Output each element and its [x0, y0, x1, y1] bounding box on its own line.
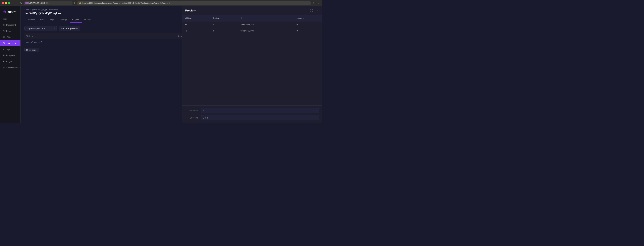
sidebar-item-label: Dashboard — [6, 24, 16, 26]
sidebar-nav: ⊞ Dashboard ⊟ Flows ◱ Editor ⏱ Execution… — [0, 22, 20, 120]
encoding-select[interactable]: UTF-8 ▾ — [201, 115, 319, 120]
encoding-label: Encoding — [185, 117, 198, 119]
sidebar-item-blueprints[interactable]: ⊞ Blueprints — [0, 52, 20, 58]
cell-file: flows/flow1.yml — [238, 22, 294, 28]
share-icon[interactable]: ↑ — [316, 2, 317, 4]
executions-icon: ⏱ — [2, 42, 5, 45]
sidebar-item-label: Plugins — [6, 60, 12, 63]
sidebar-item-administration[interactable]: ⚙ Administration › — [0, 65, 20, 71]
sidebar-item-editor[interactable]: ◱ Editor — [0, 34, 20, 40]
breadcrumb-flow-id[interactable]: system.push_to_git — [32, 9, 47, 11]
sidebar-item-dashboard[interactable]: ⊞ Dashboard — [0, 22, 20, 28]
table-row[interactable]: +6 -0 flows/flow1.yml 0 — [182, 22, 322, 28]
sidebar-item-label: Administration — [6, 66, 18, 69]
sidebar-item-label: Flows — [6, 30, 11, 32]
minimize-window-button[interactable] — [5, 2, 7, 4]
sidebar-item-label: Executions — [6, 42, 16, 45]
row-count-label: Row count — [185, 110, 198, 112]
breadcrumb-flows[interactable]: Flows — [24, 9, 29, 11]
chevron-down-icon: ▾ — [316, 110, 317, 112]
row-count-value: 100 — [203, 110, 206, 112]
dev-badge: dev — [2, 18, 7, 20]
sort-icon[interactable]: ⇅ — [32, 35, 33, 37]
row-count-select[interactable]: 100 ▾ — [201, 108, 319, 113]
preview-header: Preview ⛶ ✕ — [182, 6, 322, 15]
tab-close-button[interactable]: ✕ — [70, 2, 71, 4]
browser-tab[interactable]: 5aiOk8PjpQ9NsCjK1 | K... ✕ — [24, 1, 72, 5]
sidebar-item-label: Editor — [6, 36, 12, 38]
table-row[interactable]: +6 -0 flows/flow2.yml 0 — [182, 28, 322, 34]
display-output-dropdown[interactable]: Display output for a s... ▾ — [24, 26, 57, 31]
tab-favicon — [26, 2, 28, 4]
sidebar-item-logs[interactable]: ≡ Logs — [0, 46, 20, 52]
task-value: commit_and_push — [26, 41, 42, 43]
reload-button[interactable]: ↻ — [19, 2, 23, 5]
breadcrumb-sep: / — [30, 9, 30, 11]
display-output-label: Display output for a s... — [26, 27, 46, 30]
column-task: Task ⇅ — [24, 33, 176, 39]
traffic-lights — [2, 2, 10, 4]
tab-overview[interactable]: Overview — [24, 17, 38, 23]
logs-icon: ≡ — [2, 48, 4, 51]
preview-table-header: additions deletions file changes — [182, 15, 322, 22]
address-bar[interactable]: 🔒 localhost:8080/ui/executions/system/pu… — [77, 1, 311, 5]
preview-title: Preview — [185, 9, 196, 12]
sidebar: kestra. dev ⊞ Dashboard ⊟ Flows ◱ Editor — [0, 6, 20, 123]
kestra-logo: kestra. — [2, 10, 17, 14]
dashboard-icon: ⊞ — [2, 24, 5, 27]
tab-title: 5aiOk8PjpQ9NsCjK1 | K... — [28, 2, 69, 4]
new-tab-button[interactable]: + — [74, 2, 75, 5]
per-page-label: 25 per page — [26, 49, 36, 51]
administration-icon: ⚙ — [2, 66, 5, 69]
blueprints-icon: ⊞ — [2, 54, 5, 57]
preview-header-row: additions deletions file changes — [182, 15, 322, 22]
security-icon: 🔒 — [79, 2, 81, 4]
maximize-window-button[interactable] — [8, 2, 10, 4]
url-display: localhost:8080/ui/executions/system/push… — [82, 2, 170, 4]
sidebar-item-plugins[interactable]: ✦ Plugins — [0, 58, 20, 65]
tab-outputs[interactable]: Outputs — [70, 17, 82, 23]
row-count-setting: Row count 100 ▾ — [185, 108, 319, 113]
sidebar-item-flows[interactable]: ⊟ Flows — [0, 28, 20, 34]
cell-changes: 0 — [294, 28, 322, 34]
plugins-icon: ✦ — [2, 60, 5, 63]
preview-settings: Row count 100 ▾ Encoding UTF-8 ▾ — [182, 105, 322, 123]
col-changes: changes — [294, 15, 322, 22]
shield-icon[interactable]: 🛡 — [318, 2, 320, 4]
close-window-button[interactable] — [2, 2, 4, 4]
cell-file: flows/flow2.yml — [238, 28, 294, 34]
sidebar-item-executions[interactable]: ⏱ Executions — [0, 40, 20, 46]
tab-gantt[interactable]: Gantt — [38, 17, 48, 23]
preview-table-wrap: additions deletions file changes +6 -0 f… — [182, 15, 322, 105]
col-file: file — [238, 15, 294, 22]
expand-button[interactable]: ⛶ — [310, 9, 314, 13]
per-page-dropdown[interactable]: 25 per page ▾ — [24, 48, 39, 52]
breadcrumb-executions[interactable]: Executions — [49, 9, 58, 11]
close-button[interactable]: ✕ — [316, 9, 319, 13]
cell-deletions: -0 — [210, 22, 238, 28]
preview-panel: Preview ⛶ ✕ additions deletions file cha… — [182, 6, 322, 123]
bookmark-icon[interactable]: ☆ — [312, 2, 314, 4]
flows-icon: ⊟ — [2, 30, 5, 33]
back-button[interactable]: ‹ — [13, 2, 15, 5]
preview-table: additions deletions file changes +6 -0 f… — [182, 15, 322, 34]
tab-logs[interactable]: Logs — [48, 17, 57, 23]
browser-actions: ☆ ↑ 🛡 — [312, 2, 320, 4]
forward-button[interactable]: › — [16, 2, 18, 5]
chevron-down-icon: ▾ — [37, 49, 38, 51]
cell-deletions: -0 — [210, 28, 238, 34]
breadcrumb-sep: / — [48, 9, 48, 11]
preview-actions: ⛶ ✕ — [310, 9, 319, 13]
logo-icon — [2, 10, 6, 14]
cell-additions: +6 — [182, 28, 210, 34]
render-expression-button[interactable]: Render expression — [59, 26, 80, 31]
cell-task: commit_and_push — [24, 39, 176, 45]
col-deletions: deletions — [210, 15, 238, 22]
sidebar-item-label: Blueprints — [6, 54, 15, 57]
tab-topology[interactable]: Topology — [57, 17, 70, 23]
col-additions: additions — [182, 15, 210, 22]
sidebar-item-label: Logs — [6, 48, 10, 51]
browser-chrome: ‹ › ↻ 5aiOk8PjpQ9NsCjK1 | K... ✕ + 🔒 loc… — [0, 0, 322, 6]
encoding-value: UTF-8 — [203, 117, 208, 119]
tab-metrics[interactable]: Metrics — [82, 17, 93, 23]
